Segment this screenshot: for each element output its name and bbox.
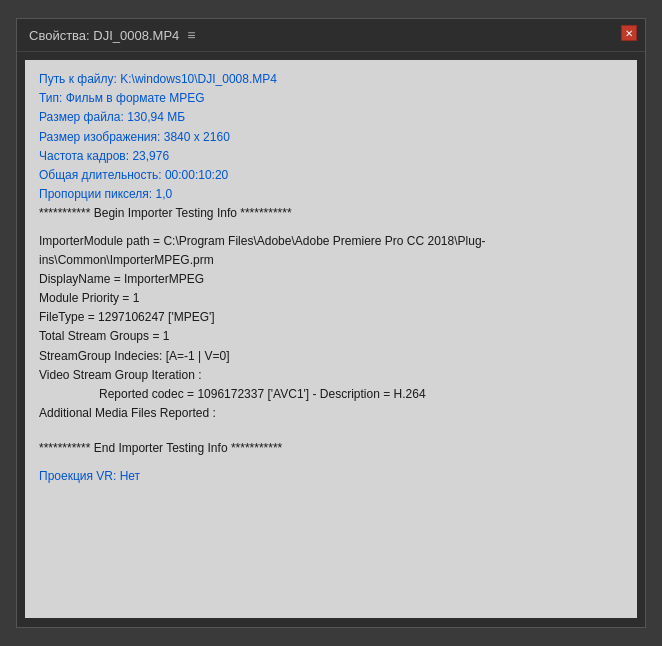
info-line-9: ImporterModule path = C:\Program Files\A…	[39, 232, 623, 270]
spacer-line	[39, 431, 623, 439]
info-line-10: DisplayName = ImporterMPEG	[39, 270, 623, 289]
info-line-13: Total Stream Groups = 1	[39, 327, 623, 346]
menu-icon[interactable]: ≡	[187, 27, 195, 43]
info-line-2: Размер файла: 130,94 МБ	[39, 108, 623, 127]
close-button[interactable]: ✕	[621, 25, 637, 41]
info-line-1: Тип: Фильм в формате MPEG	[39, 89, 623, 108]
close-icon: ✕	[625, 28, 633, 39]
info-line-17: Additional Media Files Reported :	[39, 404, 623, 423]
content-area: Путь к файлу: K:\windows10\DJI_0008.MP4Т…	[25, 60, 637, 618]
info-line-20: *********** End Importer Testing Info **…	[39, 439, 623, 458]
info-line-7: *********** Begin Importer Testing Info …	[39, 204, 623, 223]
spacer-line	[39, 459, 623, 467]
scroll-content[interactable]: Путь к файлу: K:\windows10\DJI_0008.MP4Т…	[25, 60, 637, 618]
spacer-line	[39, 423, 623, 431]
info-line-14: StreamGroup Indecies: [A=-1 | V=0]	[39, 347, 623, 366]
info-line-16: Reported codec = 1096172337 ['AVC1'] - D…	[39, 385, 623, 404]
info-line-15: Video Stream Group Iteration :	[39, 366, 623, 385]
main-window: Свойства: DJI_0008.MP4 ≡ ✕ Путь к файлу:…	[16, 18, 646, 628]
info-line-22: Проекция VR: Нет	[39, 467, 623, 486]
info-line-6: Пропорции пикселя: 1,0	[39, 185, 623, 204]
info-line-4: Частота кадров: 23,976	[39, 147, 623, 166]
title-bar-left: Свойства: DJI_0008.MP4 ≡	[29, 27, 195, 43]
info-line-5: Общая длительность: 00:00:10:20	[39, 166, 623, 185]
info-line-0: Путь к файлу: K:\windows10\DJI_0008.MP4	[39, 70, 623, 89]
info-line-11: Module Priority = 1	[39, 289, 623, 308]
spacer-line	[39, 224, 623, 232]
info-line-3: Размер изображения: 3840 x 2160	[39, 128, 623, 147]
window-title: Свойства: DJI_0008.MP4	[29, 28, 179, 43]
title-bar: Свойства: DJI_0008.MP4 ≡ ✕	[17, 19, 645, 52]
info-line-12: FileType = 1297106247 ['MPEG']	[39, 308, 623, 327]
